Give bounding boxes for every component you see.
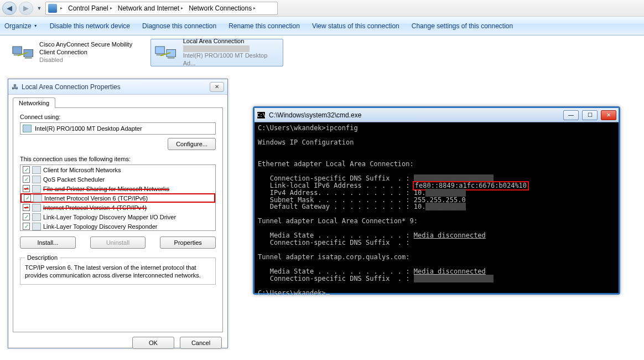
close-button[interactable]: ✕ bbox=[601, 110, 616, 120]
cmd-title-text: C:\Windows\system32\cmd.exe bbox=[269, 111, 361, 119]
list-item-ipv6-highlighted: ✓Internet Protocol Version 6 (TCP/IPv6) bbox=[20, 193, 215, 203]
svg-rect-5 bbox=[155, 47, 165, 54]
ok-button[interactable]: OK bbox=[132, 337, 174, 349]
checkbox[interactable]: ✓ bbox=[23, 185, 30, 192]
list-item: ✓QoS Packet Scheduler bbox=[20, 174, 215, 184]
checkbox[interactable]: ✓ bbox=[23, 176, 30, 183]
checkbox[interactable]: ✓ bbox=[23, 213, 30, 220]
list-item: ✓File and Printer Sharing for Microsoft … bbox=[20, 184, 215, 193]
masked-value: xxxxxxxxxx bbox=[425, 189, 465, 197]
connection-status: Disabled bbox=[39, 56, 139, 64]
component-icon bbox=[32, 166, 41, 174]
maximize-button[interactable]: ☐ bbox=[582, 110, 598, 120]
cursor bbox=[326, 294, 330, 295]
disable-device-button[interactable]: Disable this network device bbox=[50, 22, 130, 30]
connection-status-masked bbox=[183, 45, 250, 52]
svg-rect-0 bbox=[13, 47, 22, 54]
breadcrumb-control-panel[interactable]: Control Panel▸ bbox=[66, 2, 115, 14]
items-label: This connection uses the following items… bbox=[20, 156, 216, 162]
network-adapter-icon bbox=[12, 42, 36, 64]
connection-name: Local Area Connection bbox=[183, 38, 281, 45]
adapter-icon bbox=[23, 125, 32, 132]
cmd-icon: C:\ bbox=[257, 111, 266, 119]
rename-button[interactable]: Rename this connection bbox=[228, 22, 300, 30]
connection-name: Cisco AnyConnect Secure Mobility Client … bbox=[39, 41, 139, 56]
uninstall-button: Uninstall bbox=[90, 236, 146, 249]
cancel-button[interactable]: Cancel bbox=[180, 337, 222, 349]
nav-history-dropdown[interactable]: ▼ bbox=[35, 2, 43, 15]
nav-forward-button[interactable]: ▶ bbox=[19, 2, 33, 15]
svg-rect-3 bbox=[25, 56, 32, 59]
description-title: Description bbox=[25, 254, 60, 261]
svg-rect-8 bbox=[168, 56, 175, 59]
component-icon bbox=[32, 223, 41, 230]
checkbox[interactable]: ✓ bbox=[23, 204, 30, 211]
component-icon bbox=[32, 185, 41, 193]
connect-using-label: Connect using: bbox=[20, 114, 216, 120]
configure-button[interactable]: Configure... bbox=[168, 138, 216, 150]
component-icon bbox=[32, 204, 41, 212]
component-icon bbox=[32, 176, 41, 183]
list-item: ✓Link-Layer Topology Discovery Mapper I/… bbox=[20, 212, 215, 222]
network-adapter-icon: 🖧 bbox=[12, 83, 18, 91]
component-icon bbox=[33, 194, 42, 202]
tab-networking[interactable]: Networking bbox=[13, 97, 55, 108]
minimize-button[interactable]: — bbox=[563, 110, 579, 120]
dialog-title: Local Area Connection Properties bbox=[22, 83, 121, 91]
organize-menu[interactable]: Organize▼ bbox=[4, 22, 38, 30]
address-icon bbox=[48, 4, 57, 13]
command-toolbar: Organize▼ Disable this network device Di… bbox=[0, 17, 644, 35]
adapter-field: Intel(R) PRO/1000 MT Desktop Adapter bbox=[20, 122, 216, 135]
properties-button[interactable]: Properties bbox=[160, 236, 216, 249]
crumb-sep: ▸ bbox=[60, 6, 63, 11]
change-settings-button[interactable]: Change settings of this connection bbox=[412, 22, 513, 30]
masked-value: xxxxxxxxxx bbox=[425, 203, 465, 210]
list-item: ✓Link-Layer Topology Discovery Responder bbox=[20, 222, 215, 231]
component-icon bbox=[32, 213, 41, 221]
explorer-address-bar: ◀ ▶ ▼ ▸ Control Panel▸ Network and Inter… bbox=[0, 0, 644, 17]
connection-cisco[interactable]: Cisco AnyConnect Secure Mobility Client … bbox=[9, 39, 142, 66]
adapter-name: Intel(R) PRO/1000 MT Desktop Adapter bbox=[35, 125, 142, 132]
address-box[interactable]: ▸ Control Panel▸ Network and Internet▸ N… bbox=[45, 2, 278, 15]
description-group: Description TCP/IP version 6. The latest… bbox=[20, 254, 216, 285]
masked-value: xxxxxxxxxxxxxxxxxxxx bbox=[414, 275, 494, 282]
diagnose-button[interactable]: Diagnose this connection bbox=[142, 22, 216, 30]
list-item: ✓Client for Microsoft Networks bbox=[20, 165, 215, 174]
ipv6-highlight: fe80::8849:a1fc:6676:b024%10 bbox=[414, 182, 528, 189]
checkbox[interactable]: ✓ bbox=[23, 223, 30, 230]
dialog-close-button[interactable]: ✕ bbox=[210, 82, 224, 92]
connection-items-list[interactable]: ✓Client for Microsoft Networks ✓QoS Pack… bbox=[20, 164, 216, 231]
checkbox[interactable]: ✓ bbox=[24, 194, 31, 202]
connection-driver: Intel(R) PRO/1000 MT Desktop Ad... bbox=[183, 52, 281, 68]
checkbox[interactable]: ✓ bbox=[23, 166, 30, 173]
description-text: TCP/IP version 6. The latest version of … bbox=[25, 264, 211, 280]
breadcrumb-network-connections[interactable]: Network Connections▸ bbox=[186, 2, 258, 14]
connection-lac[interactable]: Local Area Connection Intel(R) PRO/1000 … bbox=[150, 39, 283, 66]
cmd-output[interactable]: C:\Users\wkandek>ipconfig Windows IP Con… bbox=[255, 122, 619, 293]
install-button[interactable]: Install... bbox=[20, 236, 76, 249]
breadcrumb-network-internet[interactable]: Network and Internet▸ bbox=[116, 2, 185, 14]
cmd-window: C:\ C:\Windows\system32\cmd.exe — ☐ ✕ C:… bbox=[253, 106, 620, 295]
masked-value: xxxxxxxxxxxxxxxxxxxx bbox=[414, 174, 494, 182]
nav-back-button[interactable]: ◀ bbox=[2, 2, 17, 15]
view-status-button[interactable]: View status of this connection bbox=[312, 22, 399, 30]
network-adapter-icon bbox=[153, 42, 180, 64]
list-item: ✓Internet Protocol Version 4 (TCP/IPv4) bbox=[20, 203, 215, 212]
lac-properties-dialog: 🖧 Local Area Connection Properties ✕ Net… bbox=[8, 79, 228, 348]
